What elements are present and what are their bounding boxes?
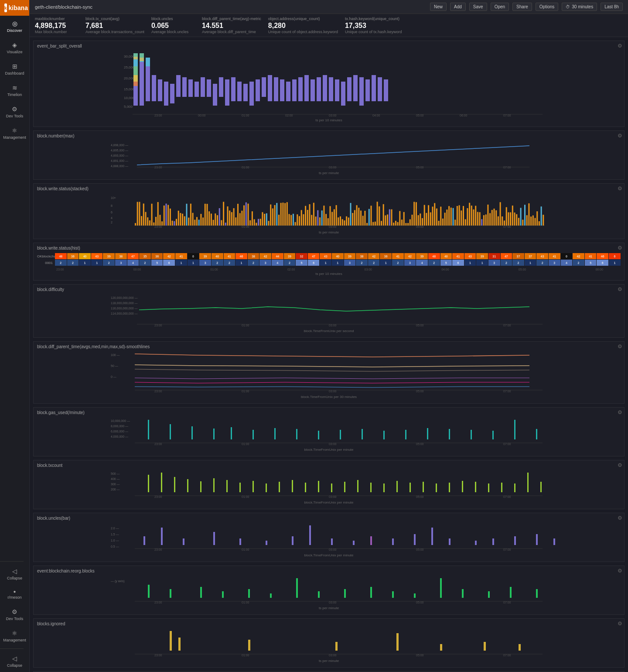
dashboard-icon: ⊞	[12, 63, 17, 70]
time-interval-value: 30 minutes	[572, 4, 593, 9]
chart-header-6: block.diff_parent_time(avgs,med,min,max,…	[34, 342, 624, 350]
sidebar-item-collapse-2[interactable]: ◁ Collapse	[0, 651, 29, 672]
svg-rect-206	[385, 216, 386, 226]
svg-rect-349	[239, 483, 241, 492]
save-button[interactable]: Save	[469, 3, 487, 11]
heatmap-cell-s: 2	[103, 260, 115, 266]
svg-rect-421	[414, 593, 416, 598]
svg-rect-167	[305, 206, 306, 226]
svg-rect-208	[389, 209, 390, 226]
svg-rect-37	[286, 82, 290, 101]
chart-body-2: 4,898,000 — 4,895,000 — 4,893,000 — 4,89…	[34, 139, 624, 179]
svg-rect-424	[488, 591, 490, 598]
svg-rect-169	[309, 204, 311, 226]
svg-rect-357	[344, 482, 345, 492]
svg-rect-124	[217, 215, 218, 226]
sidebar-item-discover[interactable]: ◎ Discover	[0, 16, 29, 37]
time-filter[interactable]: ⏱ 30 minutes	[562, 3, 597, 11]
svg-text:4,895,000 —: 4,895,000 —	[111, 149, 128, 152]
heatmap-cell: 42	[404, 253, 416, 259]
svg-rect-255	[485, 214, 487, 226]
heatmap-cell-s: 2	[55, 260, 67, 266]
svg-rect-94	[155, 217, 157, 226]
chart-title-9: block.uncles(bar)	[37, 516, 70, 521]
sidebar-item-timelion[interactable]: ≋ Timelion	[0, 80, 29, 101]
x-axis-label-chart-3: ts per minute	[37, 230, 621, 235]
svg-rect-177	[325, 214, 327, 226]
svg-rect-110	[188, 218, 189, 226]
sidebar-item-rmeson[interactable]: ● r/meson	[0, 585, 29, 604]
svg-rect-371	[527, 473, 529, 492]
gear-icon-4[interactable]: ⚙	[618, 245, 622, 251]
heatmap-cell-s: 2	[67, 260, 79, 266]
svg-text:120,000,000,000 —: 120,000,000,000 —	[111, 296, 138, 299]
svg-text:10+: 10+	[111, 196, 116, 199]
svg-rect-362	[410, 483, 411, 492]
x-axis-label-chart-6: block.TimeFromUnix per 30 minutes	[37, 394, 621, 400]
svg-rect-131	[231, 212, 232, 226]
heatmap-cell: 39	[103, 253, 115, 259]
svg-rect-244	[463, 206, 464, 226]
svg-text:04:00: 04:00	[372, 114, 380, 117]
sidebar-item-devtools[interactable]: ⚙ Dev Tools	[0, 101, 29, 123]
sidebar-item-management[interactable]: ⚛ Management	[0, 123, 29, 144]
gear-icon-5[interactable]: ⚙	[618, 286, 622, 292]
sidebar-item-visualize[interactable]: ◈ Visualize	[0, 37, 29, 58]
share-button[interactable]: Share	[512, 3, 532, 11]
heatmap-cell-s: 2	[368, 260, 380, 266]
svg-rect-247	[469, 203, 470, 226]
svg-text:03:00: 03:00	[329, 114, 337, 117]
svg-rect-323	[362, 429, 363, 439]
svg-rect-213	[399, 211, 400, 226]
svg-text:01:00: 01:00	[242, 390, 249, 393]
svg-text:116,000,000,000 —: 116,000,000,000 —	[111, 307, 138, 310]
svg-text:4: 4	[111, 216, 113, 219]
svg-rect-17	[164, 82, 168, 106]
chart-body-6: 100 — 50 — 0 — 23:00	[34, 350, 624, 403]
svg-rect-436	[335, 642, 338, 651]
kibana-logo[interactable]: k kibana	[0, 0, 29, 16]
svg-text:2: 2	[111, 221, 113, 224]
gear-icon-1[interactable]: ⚙	[618, 43, 622, 49]
svg-rect-350	[253, 481, 254, 492]
sidebar-item-devtools-2[interactable]: ⚙ Dev Tools	[0, 604, 29, 625]
bar-chart-txcount: 500 — 400 — 300 — 200 —	[37, 470, 621, 499]
sidebar-item-management-2[interactable]: ⚛ Management	[0, 625, 29, 647]
stacked-bar-chart-3: 10+ 8 6 4 2 23:00 01:00 03:00	[37, 194, 621, 229]
gear-icon-2[interactable]: ⚙	[618, 133, 622, 139]
svg-rect-41	[311, 79, 315, 101]
new-button[interactable]: New	[430, 3, 447, 11]
gear-icon-10[interactable]: ⚙	[618, 568, 622, 574]
add-button[interactable]: Add	[450, 3, 466, 11]
time-range[interactable]: Last 8h	[601, 3, 623, 11]
gear-icon-9[interactable]: ⚙	[618, 515, 622, 521]
svg-text:07:00: 07:00	[503, 324, 511, 327]
svg-rect-372	[540, 482, 542, 492]
sidebar-bottom: ◁ Collapse ● r/meson ⚙ Dev Tools ⚛ Manag…	[0, 559, 29, 672]
svg-text:03:00: 03:00	[329, 548, 337, 551]
heatmap-cell-s: 2	[573, 260, 584, 266]
sidebar-item-collapse-1[interactable]: ◁ Collapse	[0, 563, 29, 585]
time-interval-icon: ⏱	[566, 4, 570, 9]
gear-icon-8[interactable]: ⚙	[618, 462, 622, 468]
gear-icon-11[interactable]: ⚙	[618, 621, 622, 627]
open-button[interactable]: Open	[491, 3, 509, 11]
svg-rect-100	[167, 205, 169, 226]
svg-rect-399	[492, 538, 494, 545]
svg-rect-111	[190, 204, 191, 226]
svg-rect-166	[303, 214, 304, 226]
svg-text:03:00: 03:00	[329, 225, 337, 228]
svg-rect-352	[279, 482, 280, 492]
svg-text:03:00: 03:00	[329, 601, 337, 604]
options-button[interactable]: Options	[536, 3, 558, 11]
svg-rect-117	[202, 217, 204, 226]
svg-text:50 —: 50 —	[111, 364, 118, 367]
svg-rect-411	[170, 589, 171, 598]
sidebar-item-dashboard[interactable]: ⊞ Dashboard	[0, 58, 29, 80]
gear-icon-6[interactable]: ⚙	[618, 343, 622, 350]
gear-icon-7[interactable]: ⚙	[618, 409, 622, 415]
svg-text:23:00: 23:00	[154, 442, 162, 446]
gear-icon-3[interactable]: ⚙	[618, 185, 622, 192]
heatmap-cell-s: 5	[440, 260, 452, 266]
svg-rect-259	[494, 209, 495, 226]
